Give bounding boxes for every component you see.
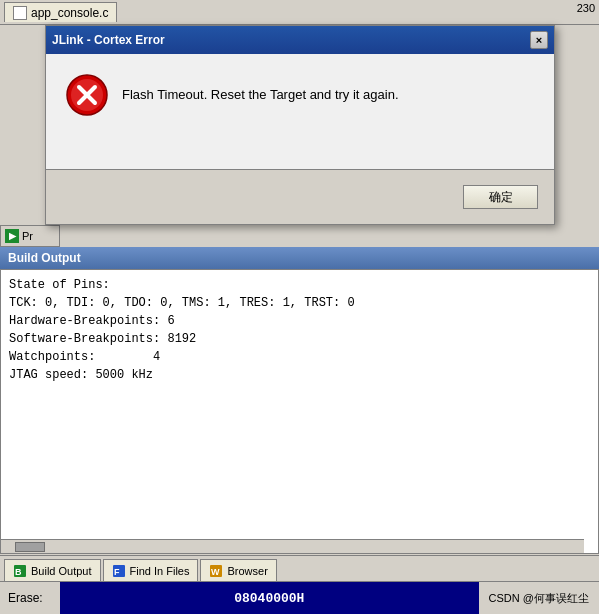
status-address: 08040000H <box>60 582 479 614</box>
page-number: 230 <box>577 2 595 14</box>
svg-text:B: B <box>15 567 22 577</box>
tab-build-output-label: Build Output <box>31 565 92 577</box>
erase-label: Erase: <box>0 591 60 605</box>
csdn-watermark: CSDN @何事误红尘 <box>479 591 599 606</box>
svg-text:F: F <box>114 567 120 577</box>
build-output-text: State of Pins: TCK: 0, TDI: 0, TDO: 0, T… <box>1 270 598 390</box>
pr-area: ▶ Pr <box>0 225 60 247</box>
tab-find-in-files-label: Find In Files <box>130 565 190 577</box>
tab-build-output[interactable]: B Build Output <box>4 559 101 581</box>
tab-browser-label: Browser <box>227 565 267 577</box>
tab-browser[interactable]: W Browser <box>200 559 276 581</box>
file-icon <box>13 6 27 20</box>
tab-find-in-files[interactable]: F Find In Files <box>103 559 199 581</box>
ok-button[interactable]: 确定 <box>463 185 538 209</box>
error-dialog: JLink - Cortex Error × Flash Timeout. Re… <box>45 25 555 225</box>
bottom-tabs-bar: B Build Output F Find In Files W Browser <box>0 555 599 581</box>
file-tab-label: app_console.c <box>31 6 108 20</box>
dialog-body: Flash Timeout. Reset the Target and try … <box>46 54 554 126</box>
scrollbar-thumb[interactable] <box>15 542 45 552</box>
dialog-titlebar: JLink - Cortex Error × <box>46 26 554 54</box>
ide-top-bar: app_console.c 230 <box>0 0 599 25</box>
status-bar: Erase: 08040000H CSDN @何事误红尘 <box>0 581 599 614</box>
horizontal-scrollbar[interactable] <box>1 539 584 553</box>
pr-label: Pr <box>22 230 33 242</box>
dialog-close-button[interactable]: × <box>530 31 548 49</box>
browser-tab-icon: W <box>209 564 223 578</box>
dialog-message: Flash Timeout. Reset the Target and try … <box>122 86 399 104</box>
build-output-header: Build Output <box>0 247 599 269</box>
build-output-title: Build Output <box>8 251 81 265</box>
build-tab-icon: B <box>13 564 27 578</box>
build-output-panel: State of Pins: TCK: 0, TDI: 0, TDO: 0, T… <box>0 269 599 554</box>
dialog-footer: 确定 <box>46 169 554 224</box>
svg-text:W: W <box>211 567 220 577</box>
find-tab-icon: F <box>112 564 126 578</box>
error-icon <box>66 74 108 116</box>
pr-icon: ▶ <box>5 229 19 243</box>
dialog-title: JLink - Cortex Error <box>52 33 165 47</box>
file-tab[interactable]: app_console.c <box>4 2 117 22</box>
